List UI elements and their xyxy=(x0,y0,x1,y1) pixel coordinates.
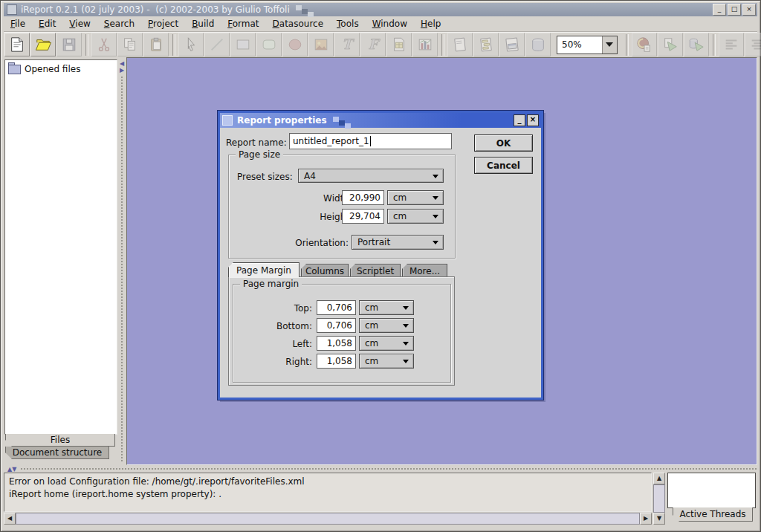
cut-icon xyxy=(96,36,112,53)
tab-active-threads[interactable]: Active Threads xyxy=(673,507,753,522)
app-titlebar: iReport 0.2.1 (02 july 2003) - (c) 2002-… xyxy=(4,3,757,16)
datasource-button[interactable] xyxy=(525,33,551,56)
copy-button[interactable] xyxy=(117,33,143,56)
menu-file[interactable]: File xyxy=(4,17,32,30)
dialog-close-button[interactable]: × xyxy=(527,114,539,126)
save-button[interactable] xyxy=(56,33,82,56)
text-tool-button[interactable]: T xyxy=(334,33,360,56)
tab-files[interactable]: Files xyxy=(5,434,115,447)
toolbar-separator xyxy=(172,34,175,56)
cut-button[interactable] xyxy=(91,33,117,56)
dialog-minimize-button[interactable]: _ xyxy=(514,114,525,126)
ellipse-tool-button[interactable] xyxy=(282,33,308,56)
rounded-rectangle-tool-button[interactable] xyxy=(256,33,282,56)
margin-top-value: 0,706 xyxy=(327,302,352,313)
log-vertical-scrollbar[interactable]: ▲ ▼ xyxy=(653,473,665,525)
line-tool-button[interactable] xyxy=(204,33,230,56)
chart-tool-button[interactable] xyxy=(412,33,438,56)
app-title: iReport 0.2.1 (02 july 2003) - (c) 2002-… xyxy=(21,4,290,15)
width-unit-value: cm xyxy=(393,192,407,203)
vertical-scrollbar-thumb[interactable] xyxy=(653,484,665,513)
menu-project[interactable]: Project xyxy=(141,17,185,30)
horizontal-scrollbar-thumb[interactable] xyxy=(16,513,640,525)
tab-page-margin[interactable]: Page Margin xyxy=(228,262,299,277)
scroll-up-icon[interactable]: ▲ xyxy=(653,473,665,484)
zoom-dropdown-button[interactable] xyxy=(602,36,617,53)
band-window-button[interactable] xyxy=(499,33,525,56)
align-left-button[interactable] xyxy=(719,33,744,56)
field-tool-button[interactable]: F xyxy=(360,33,386,56)
height-unit-value: cm xyxy=(393,211,407,221)
toolbar-separator xyxy=(441,34,444,56)
report-name-field[interactable]: untitled_report_1 xyxy=(289,133,452,149)
margin-top-unit-combobox[interactable]: cm xyxy=(359,300,414,315)
tab-more[interactable]: More... xyxy=(402,264,447,277)
margin-bottom-unit-combobox[interactable]: cm xyxy=(359,318,414,333)
rectangle-tool-button[interactable] xyxy=(230,33,256,56)
preset-sizes-label: Preset sizes: xyxy=(237,172,293,182)
splitter-collapse-left-icon[interactable]: ◀ xyxy=(120,60,124,67)
menu-datasource[interactable]: Datasource xyxy=(266,17,331,30)
menu-search[interactable]: Search xyxy=(97,17,141,30)
log-horizontal-scrollbar[interactable]: ◀ ▶ xyxy=(4,513,652,525)
svg-text:F: F xyxy=(368,36,380,52)
align-center-button[interactable] xyxy=(745,33,761,56)
database-icon xyxy=(530,36,546,53)
tree-root-label: Opened files xyxy=(25,64,80,74)
report-properties-icon xyxy=(391,36,407,53)
new-document-button[interactable] xyxy=(4,33,30,56)
margin-right-unit-combobox[interactable]: cm xyxy=(359,354,414,369)
compile-report-button[interactable] xyxy=(632,33,657,56)
menu-tools[interactable]: Tools xyxy=(330,17,366,30)
page-size-caption: Page size xyxy=(236,149,283,160)
margin-right-field[interactable]: 1,058 xyxy=(317,354,356,369)
preset-sizes-value: A4 xyxy=(304,171,316,181)
maximize-button[interactable]: □ xyxy=(728,4,741,16)
height-unit-combobox[interactable]: cm xyxy=(387,209,444,224)
report-properties-button[interactable] xyxy=(386,33,412,56)
horizontal-splitter[interactable]: ▲ ▼ xyxy=(4,465,757,473)
menu-format[interactable]: Format xyxy=(221,17,265,30)
margin-top-field[interactable]: 0,706 xyxy=(317,300,356,315)
margin-left-unit-combobox[interactable]: cm xyxy=(359,336,414,351)
run-report-button[interactable] xyxy=(658,33,683,56)
pointer-tool-button[interactable] xyxy=(178,33,204,56)
close-button[interactable]: × xyxy=(742,4,756,16)
zoom-combobox[interactable]: 50% xyxy=(557,36,618,54)
margin-left-unit: cm xyxy=(365,338,378,348)
menu-window[interactable]: Window xyxy=(366,17,414,30)
menu-edit[interactable]: Edit xyxy=(32,17,62,30)
cancel-button[interactable]: Cancel xyxy=(474,157,533,174)
tree-root-opened-files[interactable]: Opened files xyxy=(5,60,117,74)
bands-button[interactable] xyxy=(473,33,499,56)
menu-build[interactable]: Build xyxy=(185,17,221,30)
report-name-label: Report name: xyxy=(226,137,287,148)
height-field[interactable]: 29,704 xyxy=(342,209,384,224)
run-report-datasource-button[interactable] xyxy=(684,33,709,56)
preset-sizes-combobox[interactable]: A4 xyxy=(298,169,444,183)
open-file-button[interactable] xyxy=(30,33,56,56)
menu-view[interactable]: View xyxy=(62,17,97,30)
margin-bottom-field[interactable]: 0,706 xyxy=(317,318,356,333)
ok-button[interactable]: OK xyxy=(474,134,533,152)
splitter-collapse-down-icon[interactable]: ▼ xyxy=(12,466,16,473)
toolbar: T F 50% xyxy=(4,32,757,57)
scroll-down-icon[interactable]: ▼ xyxy=(653,513,665,525)
minimize-button[interactable]: _ xyxy=(713,4,726,16)
new-band-button[interactable] xyxy=(447,33,473,56)
image-tool-button[interactable] xyxy=(308,33,334,56)
vertical-splitter[interactable]: ◀ ▶ xyxy=(117,59,126,463)
tab-scriptlet[interactable]: Scriptlet xyxy=(350,264,401,277)
width-field[interactable]: 20,990 xyxy=(342,190,384,205)
scroll-right-icon[interactable]: ▶ xyxy=(640,513,652,525)
tab-columns[interactable]: Columns xyxy=(301,264,349,277)
scroll-left-icon[interactable]: ◀ xyxy=(4,513,16,525)
tab-document-structure[interactable]: Document structure xyxy=(5,447,109,459)
zoom-value[interactable]: 50% xyxy=(557,36,602,53)
width-unit-combobox[interactable]: cm xyxy=(387,190,444,205)
orientation-combobox[interactable]: Portrait xyxy=(352,235,444,250)
menu-help[interactable]: Help xyxy=(414,17,447,30)
margin-left-field[interactable]: 1,058 xyxy=(317,336,356,351)
splitter-collapse-right-icon[interactable]: ▶ xyxy=(120,67,124,74)
paste-button[interactable] xyxy=(143,33,169,56)
